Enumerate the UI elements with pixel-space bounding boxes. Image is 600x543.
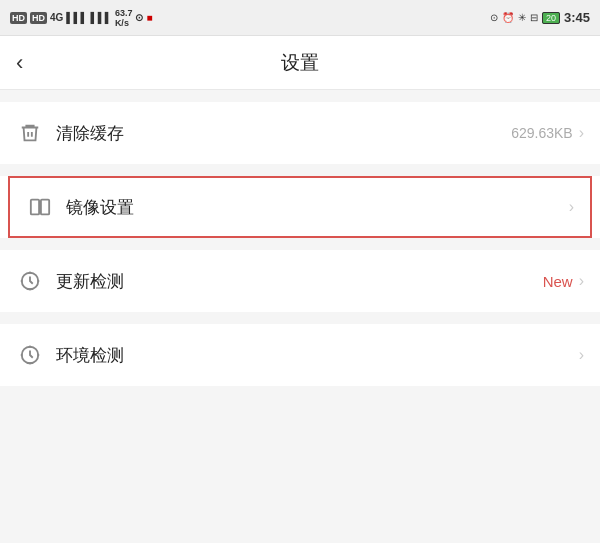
clear-cache-group: 清除缓存 629.63KB › — [0, 102, 600, 164]
battery-indicator: 20 — [542, 12, 560, 23]
speaker-icon: ⊟ — [530, 12, 538, 23]
svg-rect-1 — [41, 200, 49, 215]
nfc-icon: ⊙ — [490, 12, 498, 23]
mirror-settings-arrow: › — [569, 198, 574, 216]
hd-badge: HD — [10, 12, 27, 24]
update-new-badge: New — [543, 273, 573, 290]
alarm-icon: ⏰ — [502, 12, 514, 23]
clear-cache-label: 清除缓存 — [56, 122, 511, 145]
env-check-item[interactable]: 环境检测 › — [0, 324, 600, 386]
battery-level: 20 — [542, 12, 560, 24]
wifi-signal: ▌▌▌ — [91, 12, 112, 23]
svg-rect-0 — [31, 200, 39, 215]
network-type: 4G — [50, 12, 63, 23]
clear-cache-arrow: › — [579, 124, 584, 142]
speed-display: 63.7K/s — [115, 8, 133, 28]
settings-content: 清除缓存 629.63KB › 镜像设置 › — [0, 90, 600, 410]
mirror-settings-icon — [26, 193, 54, 221]
wifi-icon: ⊙ — [135, 12, 143, 23]
env-check-group: 环境检测 › — [0, 324, 600, 386]
hd-badge2: HD — [30, 12, 47, 24]
status-time: 3:45 — [564, 10, 590, 25]
update-check-arrow: › — [579, 272, 584, 290]
clear-cache-value: 629.63KB — [511, 125, 573, 141]
record-icon: ■ — [146, 12, 152, 23]
env-check-arrow: › — [579, 346, 584, 364]
mirror-settings-item[interactable]: 镜像设置 › — [8, 176, 592, 238]
update-check-group: 更新检测 New › — [0, 250, 600, 312]
clear-cache-icon — [16, 119, 44, 147]
update-check-icon — [16, 267, 44, 295]
back-button[interactable]: ‹ — [16, 50, 23, 76]
env-check-icon — [16, 341, 44, 369]
page-title: 设置 — [281, 50, 319, 76]
clear-cache-item[interactable]: 清除缓存 629.63KB › — [0, 102, 600, 164]
status-left-section: HD HD 4G ▌▌▌ ▌▌▌ HD 4G ↑↓ 63.7K/s 63.7K/… — [10, 8, 152, 28]
bluetooth-icon: ✳ — [518, 12, 526, 23]
update-check-label: 更新检测 — [56, 270, 543, 293]
signal-bars: ▌▌▌ — [66, 12, 87, 23]
header: ‹ 设置 — [0, 36, 600, 90]
env-check-label: 环境检测 — [56, 344, 579, 367]
status-right-section: ⊙ ⏰ ✳ ⊟ 20 3:45 — [490, 10, 590, 25]
update-check-item[interactable]: 更新检测 New › — [0, 250, 600, 312]
status-bar: HD HD 4G ▌▌▌ ▌▌▌ HD 4G ↑↓ 63.7K/s 63.7K/… — [0, 0, 600, 36]
mirror-settings-group: 镜像设置 › — [0, 176, 600, 238]
mirror-settings-label: 镜像设置 — [66, 196, 569, 219]
